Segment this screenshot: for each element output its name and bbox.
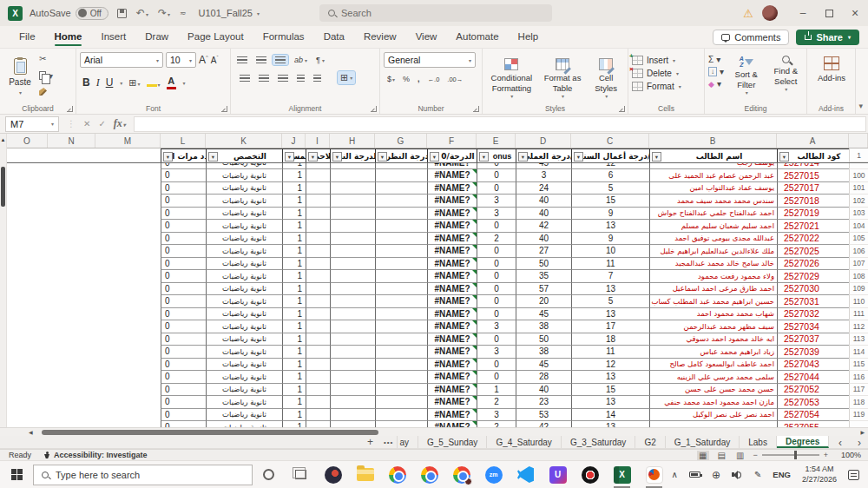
grid-cell-H[interactable] xyxy=(330,270,375,283)
new-sheet-button[interactable]: + xyxy=(360,436,380,448)
grid-cell-N[interactable] xyxy=(48,283,95,296)
row-header[interactable]: 105 xyxy=(849,233,868,246)
grid-cell-J[interactable]: 1 xyxy=(282,421,306,427)
grid-cell-N[interactable] xyxy=(48,346,95,359)
grid-cell-C[interactable]: 5 xyxy=(571,295,649,308)
grid-cell-O[interactable] xyxy=(7,396,48,409)
grid-cell-G[interactable] xyxy=(375,320,427,333)
grid-cell-H[interactable] xyxy=(330,169,375,182)
grid-cell-D[interactable]: 23 xyxy=(516,396,571,409)
grid-cell-C[interactable]: 13 xyxy=(571,371,649,384)
grid-cell-M[interactable] xyxy=(95,270,161,283)
grid-cell-E[interactable]: 0 xyxy=(477,220,516,233)
grid-cell-B[interactable]: مازن احمد محمود احمد محمد حنفي xyxy=(649,396,777,409)
grid-cell-L[interactable]: 0 xyxy=(161,208,206,221)
number-dialog-launcher[interactable] xyxy=(473,106,479,112)
grid-cell-E[interactable]: 0 xyxy=(477,182,516,195)
grid-cell-H[interactable] xyxy=(330,346,375,359)
user-avatar[interactable] xyxy=(762,5,778,21)
filter-icon[interactable]: ▾ xyxy=(479,152,489,162)
grid-cell-H[interactable] xyxy=(330,320,375,333)
insert-cells-button[interactable]: + Insert▾ xyxy=(632,56,700,65)
grid-cell-B[interactable]: سلمى محمد مرسي علي الزينيه xyxy=(649,371,777,384)
grid-cell-E[interactable]: 3 xyxy=(477,320,516,333)
grid-cell-F[interactable]: #NAME? xyxy=(427,384,477,397)
align-center-icon[interactable] xyxy=(256,73,272,83)
ribbon-collapse-icon[interactable]: ▾ xyxy=(858,102,863,110)
autosave-control[interactable]: AutoSave Off xyxy=(30,7,108,20)
ink-workspace-icon[interactable]: ✎ xyxy=(754,470,761,479)
grid-cell-F[interactable]: #NAME? xyxy=(427,359,477,372)
save-icon[interactable] xyxy=(117,9,127,18)
column-header-J[interactable]: J xyxy=(282,134,306,148)
grid-cell-E[interactable]: 0 xyxy=(477,333,516,346)
grid-cell-F[interactable]: #NAME? xyxy=(427,208,477,221)
grid-cell-N[interactable] xyxy=(48,409,95,422)
grid-cell-G[interactable] xyxy=(375,346,427,359)
grid-cell-D[interactable]: 28 xyxy=(516,371,571,384)
excel-app-icon[interactable]: X xyxy=(8,6,23,21)
grid-cell-J[interactable]: 1 xyxy=(282,169,306,182)
media-app-button[interactable] xyxy=(317,461,349,488)
menu-tab-formulas[interactable]: Formulas xyxy=(254,27,313,47)
grid-cell-J[interactable]: 1 xyxy=(282,182,306,195)
format-painter-icon[interactable] xyxy=(39,88,53,96)
grid-cell-B[interactable]: ملك علاءالدين عبدالعليم ابراهيم خليل xyxy=(649,245,777,258)
grid-cell-L[interactable]: 0 xyxy=(161,220,206,233)
vscode-button[interactable] xyxy=(510,461,542,488)
filter-icon[interactable]: ▾ xyxy=(574,152,583,162)
column-header-O[interactable]: O xyxy=(7,134,48,148)
grid-cell-F[interactable]: #NAME? xyxy=(427,346,477,359)
grid-cell-J[interactable]: 1 xyxy=(282,220,306,233)
grid-cell-H[interactable] xyxy=(330,421,375,427)
grid-cell-E[interactable]: 2 xyxy=(477,396,516,409)
page-layout-view-icon[interactable]: ▤ xyxy=(716,451,727,460)
grid-cell-K[interactable]: ثانوية رياضيات xyxy=(206,163,282,169)
grid-cell-B[interactable]: زياد ابراهيم محمد عباس xyxy=(649,346,777,359)
grid-cell-M[interactable] xyxy=(95,409,161,422)
grid-cell-E[interactable]: 0 xyxy=(477,359,516,372)
grid-cell-L[interactable]: 0 xyxy=(161,295,206,308)
grid-cell-H[interactable] xyxy=(330,245,375,258)
grid-cell-A[interactable]: 2527019 xyxy=(777,208,849,221)
align-middle-icon[interactable] xyxy=(253,55,269,65)
grid-cell-H[interactable] xyxy=(330,384,375,397)
grid-cell-N[interactable] xyxy=(48,220,95,233)
grid-cell-D[interactable]: 40 xyxy=(516,195,571,208)
grid-cell-C[interactable]: 10 xyxy=(571,245,649,258)
grid-cell-A[interactable]: 2527039 xyxy=(777,346,849,359)
grid-cell-L[interactable]: 0 xyxy=(161,384,206,397)
grid-cell-K[interactable]: ثانوية رياضيات xyxy=(206,182,282,195)
grid-cell-F[interactable]: #NAME? xyxy=(427,409,477,422)
font-name-select[interactable]: Arial▾ xyxy=(80,52,163,68)
autosum-icon[interactable]: Σ▾ xyxy=(708,55,724,64)
grid-cell-D[interactable]: 57 xyxy=(516,283,571,296)
align-left-icon[interactable] xyxy=(237,73,253,83)
grid-cell-D[interactable]: 35 xyxy=(516,270,571,283)
zoom-out-icon[interactable]: − xyxy=(753,451,757,459)
volume-icon[interactable] xyxy=(732,471,743,479)
grid-cell-G[interactable] xyxy=(375,245,427,258)
grid-cell-J[interactable]: 1 xyxy=(282,270,306,283)
grid-cell-A[interactable]: 2527018 xyxy=(777,195,849,208)
vertical-scrollbar[interactable]: ▲ xyxy=(0,134,7,427)
currency-format-icon[interactable]: $▾ xyxy=(387,75,395,83)
grid-cell-N[interactable] xyxy=(48,359,95,372)
recorder-app-button[interactable] xyxy=(574,461,606,488)
grid-cell-K[interactable]: ثانوية رياضيات xyxy=(206,283,282,296)
grid-cell-K[interactable]: ثانوية رياضيات xyxy=(206,270,282,283)
grid-cell-D[interactable]: 42 xyxy=(516,421,571,427)
grid-cell-G[interactable] xyxy=(375,220,427,233)
grid-cell-G[interactable] xyxy=(375,396,427,409)
grid-cell-F[interactable]: #NAME? xyxy=(427,333,477,346)
grid-cell-G[interactable] xyxy=(375,270,427,283)
grid-cell-M[interactable] xyxy=(95,182,161,195)
grid-cell-M[interactable] xyxy=(95,195,161,208)
grid-cell-D[interactable]: 40 xyxy=(516,384,571,397)
grid-cell-O[interactable] xyxy=(7,245,48,258)
grid-cell-C[interactable]: 9 xyxy=(571,233,649,246)
grid-cell-D[interactable]: 53 xyxy=(516,409,571,422)
grid-cell-C[interactable]: 15 xyxy=(571,195,649,208)
filter-icon[interactable]: ▾ xyxy=(308,152,318,162)
grid-cell-F[interactable]: #NAME? xyxy=(427,371,477,384)
